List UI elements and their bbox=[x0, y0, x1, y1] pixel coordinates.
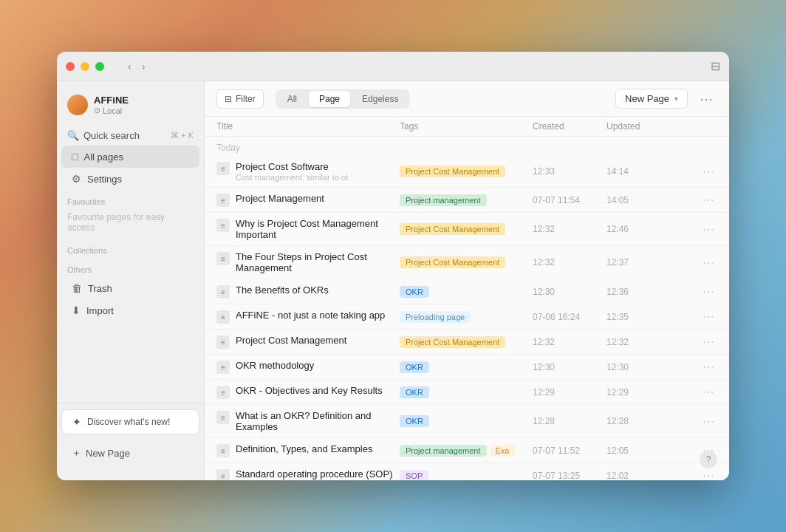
new-page-sidebar-button[interactable]: ＋ New Page bbox=[61, 440, 199, 466]
favourites-section-label: Favourites bbox=[57, 190, 204, 209]
row-text: AFFiNE - not just a note taking app bbox=[236, 310, 385, 321]
row-title-area: ≡ The Benefits of OKRs bbox=[216, 284, 400, 299]
row-created: 12:28 bbox=[533, 416, 606, 426]
table-row[interactable]: ≡ Definition, Types, and Examples Projec… bbox=[205, 438, 729, 463]
row-title-area: ≡ OKR methodology bbox=[216, 360, 400, 374]
new-page-button[interactable]: New Page ▾ bbox=[615, 89, 688, 109]
row-text: OKR - Objectives and Key Results bbox=[236, 385, 383, 396]
import-icon: ⬇ bbox=[72, 304, 81, 316]
row-more: ⋯ bbox=[673, 222, 717, 236]
row-more-button[interactable]: ⋯ bbox=[700, 256, 717, 270]
table-row[interactable]: ≡ The Four Steps in Project Cost Managem… bbox=[205, 246, 729, 279]
content-wrapper: Title Tags Created Updated Today ≡ Proje… bbox=[205, 117, 729, 480]
row-created: 12:29 bbox=[533, 387, 606, 398]
row-more-button[interactable]: ⋯ bbox=[700, 193, 717, 207]
row-tags: OKR bbox=[400, 386, 533, 398]
row-title: AFFiNE - not just a note taking app bbox=[236, 310, 385, 321]
page-icon: ≡ bbox=[216, 310, 230, 324]
more-options-button[interactable]: ⋯ bbox=[695, 89, 717, 109]
row-updated: 12:05 bbox=[606, 446, 673, 456]
row-more-button[interactable]: ⋯ bbox=[700, 468, 717, 480]
page-icon: ≡ bbox=[216, 162, 230, 175]
avatar bbox=[67, 95, 88, 115]
row-updated: 12:35 bbox=[606, 312, 673, 322]
row-tags: Preloading page bbox=[400, 311, 533, 323]
tag: OKR bbox=[400, 361, 429, 373]
row-more-button[interactable]: ⋯ bbox=[700, 222, 717, 236]
maximize-button[interactable] bbox=[95, 62, 104, 71]
page-icon: ≡ bbox=[216, 444, 230, 457]
sidebar: AFFiNE ⊙ Local 🔍 Quick search ⌘ + K □ Al… bbox=[57, 81, 205, 480]
row-more-button[interactable]: ⋯ bbox=[700, 415, 717, 429]
page-icon: ≡ bbox=[216, 469, 230, 480]
back-button[interactable]: ‹ bbox=[125, 59, 134, 74]
row-tags: Project management Exa bbox=[400, 445, 533, 457]
row-more-button[interactable]: ⋯ bbox=[700, 385, 717, 399]
row-more-button[interactable]: ⋯ bbox=[700, 310, 717, 324]
filter-button[interactable]: ⊟ Filter bbox=[216, 89, 264, 109]
close-button[interactable] bbox=[66, 62, 75, 71]
row-more: ⋯ bbox=[673, 468, 717, 480]
row-created: 12:30 bbox=[533, 287, 606, 297]
table-row[interactable]: ≡ The Benefits of OKRs OKR 12:30 12:36 ⋯ bbox=[205, 279, 729, 304]
star-icon: ✦ bbox=[72, 416, 81, 428]
filter-icon: ⊟ bbox=[225, 94, 232, 104]
table-row[interactable]: ≡ Project Management Project management … bbox=[205, 188, 729, 213]
tab-all[interactable]: All bbox=[277, 91, 307, 107]
table-row[interactable]: ≡ OKR methodology OKR 12:30 12:30 ⋯ bbox=[205, 355, 729, 380]
row-title: Standard operating procedure (SOP) bbox=[236, 468, 392, 480]
row-more-button[interactable]: ⋯ bbox=[700, 360, 717, 374]
quick-search[interactable]: 🔍 Quick search ⌘ + K bbox=[57, 126, 204, 146]
table-row[interactable]: ≡ OKR - Objectives and Key Results OKR 1… bbox=[205, 380, 729, 405]
tab-page[interactable]: Page bbox=[309, 91, 350, 107]
column-created: Created bbox=[533, 121, 606, 132]
row-title-area: ≡ AFFiNE - not just a note taking app bbox=[216, 310, 400, 324]
today-label: Today bbox=[205, 137, 729, 156]
row-updated: 12:29 bbox=[606, 387, 673, 398]
table-row[interactable]: ≡ Project Cost Software Cost management,… bbox=[205, 156, 729, 188]
favourites-empty-text: Favourite pages for easy access bbox=[57, 209, 204, 239]
sidebar-item-trash[interactable]: 🗑 Trash bbox=[61, 277, 199, 299]
row-text: The Benefits of OKRs bbox=[236, 284, 329, 296]
row-text: Project Cost Management bbox=[236, 335, 346, 346]
row-title-area: ≡ Project Management bbox=[216, 193, 400, 207]
table-row[interactable]: ≡ What is an OKR? Definition and Example… bbox=[205, 405, 729, 438]
tag: Project Cost Management bbox=[400, 223, 505, 235]
column-tags: Tags bbox=[400, 121, 533, 132]
row-more-button[interactable]: ⋯ bbox=[700, 335, 717, 349]
row-created: 12:32 bbox=[533, 337, 606, 347]
table-row[interactable]: ≡ Project Cost Management Project Cost M… bbox=[205, 330, 729, 355]
row-more: ⋯ bbox=[673, 335, 717, 349]
row-text: Project Cost Software Cost management, s… bbox=[236, 161, 348, 182]
row-more-button[interactable]: ⋯ bbox=[700, 284, 717, 299]
sidebar-item-settings[interactable]: ⚙ Settings bbox=[61, 168, 199, 190]
discover-button[interactable]: ✦ Discover what's new! bbox=[61, 409, 199, 434]
sidebar-toggle-button[interactable]: ⊟ bbox=[711, 59, 720, 73]
sidebar-item-label: All pages bbox=[83, 151, 123, 163]
user-profile[interactable]: AFFiNE ⊙ Local bbox=[57, 90, 204, 126]
tag: Project management bbox=[400, 194, 487, 206]
help-button[interactable]: ? bbox=[700, 451, 717, 468]
sidebar-item-import[interactable]: ⬇ Import bbox=[61, 299, 199, 321]
table-row[interactable]: ≡ Why is Project Cost Management Importa… bbox=[205, 213, 729, 246]
minimize-button[interactable] bbox=[81, 62, 89, 71]
tab-edgeless[interactable]: Edgeless bbox=[352, 91, 409, 107]
table-row[interactable]: ≡ AFFiNE - not just a note taking app Pr… bbox=[205, 304, 729, 330]
row-more-button[interactable]: ⋯ bbox=[700, 165, 717, 179]
row-title: OKR methodology bbox=[236, 360, 314, 371]
user-workspace: ⊙ Local bbox=[94, 106, 129, 115]
row-updated: 12:02 bbox=[606, 471, 673, 481]
page-icon: ≡ bbox=[216, 219, 230, 232]
tag: Project management bbox=[400, 445, 487, 457]
row-title: Project Cost Management bbox=[236, 335, 346, 346]
sidebar-item-label: Import bbox=[86, 305, 114, 316]
sidebar-bottom: ✦ Discover what's new! ＋ New Page bbox=[57, 403, 204, 471]
row-updated: 12:32 bbox=[606, 337, 673, 347]
discover-label: Discover what's new! bbox=[87, 417, 170, 427]
table-row[interactable]: ≡ Standard operating procedure (SOP) SOP… bbox=[205, 463, 729, 480]
sidebar-item-all-pages[interactable]: □ All pages bbox=[61, 146, 199, 168]
new-page-sidebar-label: New Page bbox=[86, 448, 130, 459]
row-tags: Project Cost Management bbox=[400, 223, 533, 235]
forward-button[interactable]: › bbox=[139, 59, 148, 74]
row-updated: 12:28 bbox=[606, 416, 673, 426]
